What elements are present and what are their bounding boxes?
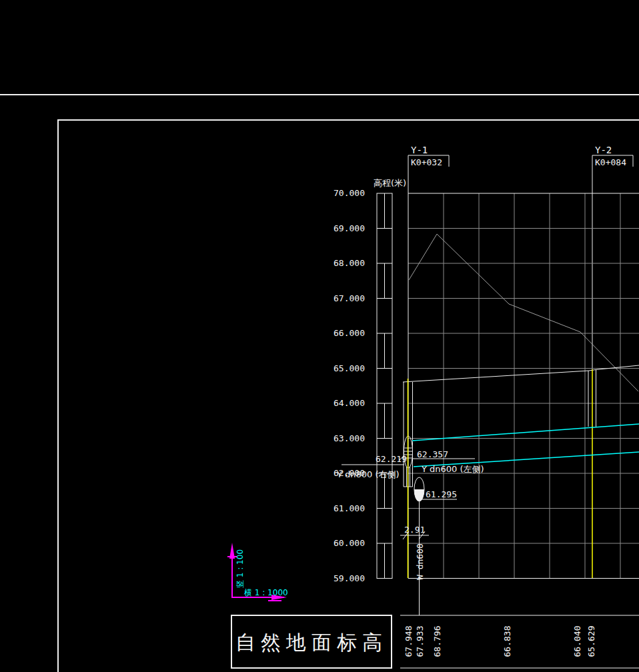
- ground-elevation-table: 自然地面标高 67.948 67.933 68.796 66.838 66.04…: [231, 615, 639, 668]
- ground-value: 65.629: [586, 626, 596, 657]
- elev-tick: 65.000: [334, 363, 365, 373]
- vertical-scale-label: 竖 1 : 100: [235, 549, 245, 588]
- grid-vertical-lines: [444, 193, 620, 579]
- pipe-dn800-label: Y dn800 (右侧): [336, 469, 400, 479]
- ground-value: 66.838: [502, 626, 512, 657]
- station-y2-box-and-line: [592, 155, 633, 369]
- station-y1-chainage: K0+032: [411, 157, 442, 167]
- crossing-invert-value: 61.295: [426, 489, 457, 499]
- elevation-tick-labels: 70.000 69.000 68.000 67.000 66.000 65.00…: [334, 188, 365, 583]
- grid-boundary: [408, 193, 639, 579]
- elev-tick: 66.000: [334, 328, 365, 338]
- station-y2-name: Y-2: [595, 145, 612, 155]
- elevation-axis-title: 高程(米): [374, 178, 406, 188]
- ground-value: 67.948: [404, 626, 414, 657]
- profile-drawing: Y-1 K0+032 Y-2 K0+084 高程(米) 70.000 69.00…: [0, 0, 639, 672]
- offset-dimension: 2.91: [400, 525, 429, 539]
- elev-tick: 59.000: [334, 573, 365, 583]
- elev-tick: 61.000: [334, 503, 365, 513]
- elev-tick: 69.000: [334, 223, 365, 233]
- station-y1-name: Y-1: [411, 145, 428, 155]
- design-ground-line: [403, 365, 639, 382]
- station-y2: Y-2 K0+084: [592, 145, 633, 369]
- crossing-sewer-marker: 61.295 W dn600: [414, 477, 457, 615]
- horizontal-scale-label: 横 1 : 1000: [243, 588, 288, 597]
- elev-tick: 63.000: [334, 433, 365, 443]
- crossing-pipe-label: W dn600: [415, 543, 425, 580]
- ground-value: 66.040: [572, 626, 582, 657]
- invert-dn600-value: 62.357: [417, 449, 448, 459]
- elevation-ruler: [377, 193, 392, 579]
- station-y1: Y-1 K0+032: [408, 145, 449, 193]
- drawing-frame-border: [58, 120, 639, 672]
- elev-tick: 68.000: [334, 258, 365, 268]
- elev-tick: 64.000: [334, 398, 365, 408]
- profile-grid: [408, 193, 639, 579]
- invert-dn800-value: 62.219: [376, 454, 407, 464]
- elev-tick: 67.000: [334, 293, 365, 303]
- pipe-dn600-label: Y dn600 (左侧): [421, 464, 484, 474]
- scale-legend: 竖 1 : 100 横 1 : 1000: [227, 543, 288, 601]
- ground-value: 68.796: [432, 626, 442, 657]
- elev-tick: 60.000: [334, 538, 365, 548]
- station-y2-chainage: K0+084: [595, 157, 626, 167]
- offset-dimension-value: 2.91: [404, 525, 425, 535]
- elev-tick: 70.000: [334, 188, 365, 198]
- cad-profile-sheet: Y-1 K0+032 Y-2 K0+084 高程(米) 70.000 69.00…: [0, 0, 639, 672]
- ruler-outline: [377, 193, 392, 579]
- table-header-label: 自然地面标高: [235, 631, 388, 654]
- ground-elevation-values: 67.948 67.933 68.796 66.838 66.040 65.62…: [404, 626, 596, 657]
- ground-value: 67.933: [415, 626, 425, 657]
